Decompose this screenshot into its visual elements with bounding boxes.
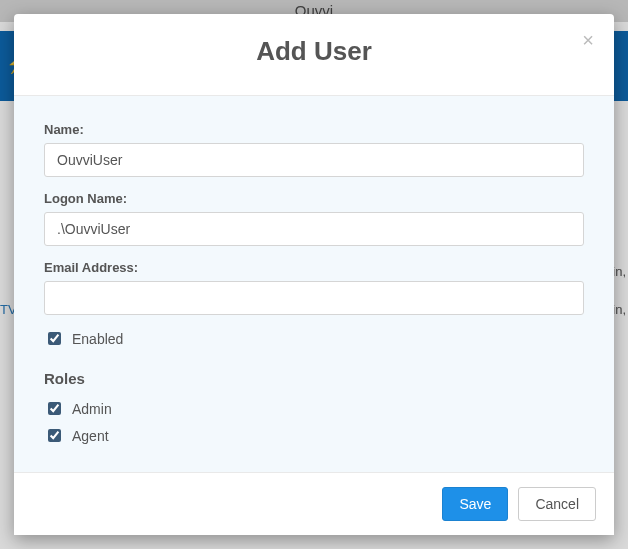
name-label: Name: — [44, 122, 584, 137]
email-group: Email Address: — [44, 260, 584, 315]
modal-header: Add User × — [14, 14, 614, 96]
close-icon[interactable]: × — [578, 28, 598, 52]
cancel-button[interactable]: Cancel — [518, 487, 596, 521]
email-input[interactable] — [44, 281, 584, 315]
logon-name-group: Logon Name: — [44, 191, 584, 246]
role-admin-checkbox[interactable] — [48, 402, 61, 415]
role-agent-label: Agent — [72, 428, 109, 444]
enabled-checkbox[interactable] — [48, 332, 61, 345]
email-label: Email Address: — [44, 260, 584, 275]
logon-name-label: Logon Name: — [44, 191, 584, 206]
roles-heading: Roles — [44, 370, 584, 387]
modal-footer: Save Cancel — [14, 472, 614, 535]
role-row-agent: Agent — [44, 426, 584, 445]
modal-body: Name: Logon Name: Email Address: Enabled… — [14, 96, 614, 472]
enabled-label: Enabled — [72, 331, 123, 347]
name-input[interactable] — [44, 143, 584, 177]
modal-title: Add User — [256, 36, 372, 66]
enabled-row: Enabled — [44, 329, 584, 348]
role-row-admin: Admin — [44, 399, 584, 418]
save-button[interactable]: Save — [442, 487, 508, 521]
add-user-modal: Add User × Name: Logon Name: Email Addre… — [14, 14, 614, 535]
logon-name-input[interactable] — [44, 212, 584, 246]
role-agent-checkbox[interactable] — [48, 429, 61, 442]
name-group: Name: — [44, 122, 584, 177]
role-admin-label: Admin — [72, 401, 112, 417]
